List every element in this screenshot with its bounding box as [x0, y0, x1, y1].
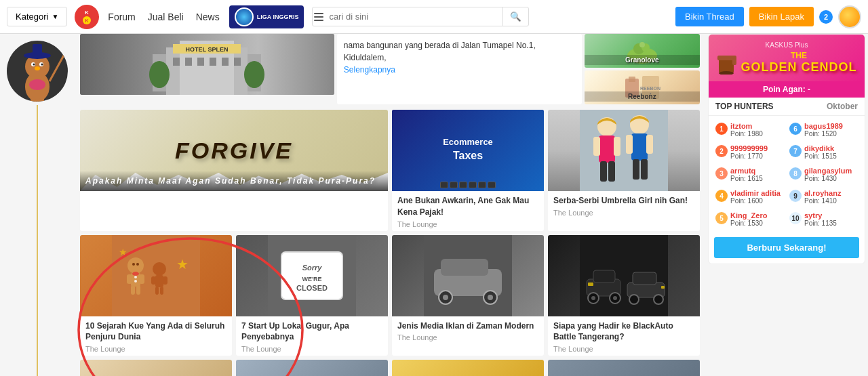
hunter-rank: 5	[715, 212, 728, 224]
user-avatar[interactable]	[838, 5, 861, 28]
svg-rect-15	[31, 98, 36, 102]
hunter-name[interactable]: 999999999	[730, 144, 784, 152]
svg-rect-46	[608, 161, 615, 182]
svg-rect-43	[593, 137, 600, 156]
notification-badge[interactable]: 2	[819, 10, 833, 24]
svg-rect-58	[131, 285, 135, 295]
hunter-poin: Poin: 1770	[730, 152, 784, 160]
ad-reebonz[interactable]: REEBON Z Reebonz	[585, 70, 700, 104]
bottom-card-2[interactable]	[236, 360, 388, 376]
hunter-rank: 7	[789, 145, 802, 157]
top-hunters-label: TOP HUNTERS	[715, 102, 774, 111]
hunter-name[interactable]: bagus1989	[804, 122, 858, 130]
content-grid-row2: ★ ★ 10 Sejarah Kue Yang Ada di Seluruh P…	[80, 235, 700, 356]
hunter-name[interactable]: King_Zero	[730, 211, 784, 220]
svg-rect-50	[646, 135, 653, 154]
kategori-dropdown[interactable]: Kategori ▼	[7, 7, 67, 26]
header-actions: Bikin Thread Bikin Lapak 2	[675, 5, 861, 28]
ad-granolove[interactable]: Granolove	[585, 34, 700, 68]
hunter-name[interactable]: armutq	[730, 167, 784, 175]
hunter-name[interactable]: gilangasylum	[804, 167, 858, 175]
hunter-name[interactable]: dikydikk	[804, 144, 858, 152]
hunter-name[interactable]: itztom	[730, 122, 784, 130]
svg-text:K: K	[85, 9, 89, 16]
nav-news[interactable]: News	[196, 12, 220, 22]
hunter-item: 5King_ZeroPoin: 1530	[714, 209, 785, 229]
svg-rect-102	[732, 58, 736, 65]
banner-main-image[interactable]: HOTEL SPLEN	[80, 34, 334, 95]
svg-rect-40	[580, 110, 668, 191]
nav-forum[interactable]: Forum	[108, 12, 135, 22]
svg-rect-96	[588, 283, 593, 286]
kaskus-logo[interactable]: K K	[74, 4, 100, 30]
card-startup-category: The Lounge	[241, 345, 382, 353]
mascot-avatar	[7, 41, 68, 102]
cendol-section-title: TOP HUNTERS Oktober	[709, 98, 865, 116]
banner-read-more-link[interactable]: Selengkapnya	[344, 65, 395, 75]
card-forgive-overlay-title: Apakah Minta Maaf Agan Sudah Benar, Tida…	[80, 171, 388, 191]
berburu-sekarang-button[interactable]: Berburu Sekarang!	[714, 237, 859, 258]
main-container: HOTEL SPLEN nama bangunan yang berada di…	[0, 34, 868, 376]
hunter-name[interactable]: sytry	[804, 211, 858, 220]
card-blackauto-image	[548, 235, 700, 316]
card-ecommerce[interactable]: Ecommerce Taxes Ane Bukan Awkarin, Ane	[392, 110, 544, 231]
card-umbrella[interactable]: Serba-Serbi Umbrella Girl nih Gan! The L…	[548, 110, 700, 231]
svg-point-10	[35, 66, 40, 70]
bottom-partial-cards	[80, 360, 700, 376]
hunter-item: 4vladimir aditiaPoin: 1600	[714, 187, 785, 207]
bikin-thread-button[interactable]: Bikin Thread	[675, 7, 744, 26]
svg-point-54	[127, 257, 144, 274]
card-startup-title: 7 Start Up Lokal Gugur, Apa Penyebabnya	[241, 320, 382, 343]
hunter-poin: Poin: 1515	[804, 152, 858, 160]
card-umbrella-category: The Lounge	[553, 209, 694, 217]
hunter-name[interactable]: vladimir aditia	[730, 189, 784, 197]
svg-point-17	[29, 79, 45, 90]
blackauto-svg	[580, 235, 668, 316]
card-iklan-category: The Lounge	[397, 333, 538, 341]
banner-text-content: nama bangunan yang berada di Jalan Tumap…	[344, 41, 536, 62]
svg-rect-22	[185, 58, 192, 66]
svg-point-94	[629, 295, 639, 304]
card-startup[interactable]: Sorry WE'RE CLOSED 7 Start Up Lokal Gugu…	[236, 235, 388, 356]
hunter-poin: Poin: 1615	[730, 175, 784, 182]
card-ecommerce-title: Ane Bukan Awkarin, Ane Gak Mau Kena Paja…	[397, 195, 538, 218]
card-kue-body: 10 Sejarah Kue Yang Ada di Seluruh Penju…	[80, 316, 232, 356]
card-blackauto[interactable]: Siapa yang Hadir ke BlackAuto Battle Tan…	[548, 235, 700, 356]
svg-line-13	[50, 54, 64, 81]
nav-jual-beli[interactable]: Jual Beli	[148, 12, 184, 22]
cendol-month: Oktober	[827, 102, 858, 111]
card-blackauto-body: Siapa yang Hadir ke BlackAuto Battle Tan…	[548, 316, 700, 356]
bottom-card-3[interactable]	[392, 360, 544, 376]
bottom-card-1[interactable]	[80, 360, 232, 376]
svg-point-60	[132, 263, 135, 266]
card-umbrella-title: Serba-Serbi Umbrella Girl nih Gan!	[553, 195, 694, 207]
hunter-rank: 4	[715, 190, 728, 202]
hunter-rank: 3	[715, 167, 728, 180]
hunter-rank: 6	[789, 123, 802, 135]
card-kue[interactable]: ★ ★ 10 Sejarah Kue Yang Ada di Seluruh P…	[80, 235, 232, 356]
hunter-item: 9al.royhanzPoin: 1410	[788, 187, 859, 207]
svg-rect-12	[33, 44, 42, 56]
search-button[interactable]: 🔍	[502, 7, 528, 26]
bikin-lapak-button[interactable]: Bikin Lapak	[749, 7, 814, 26]
card-forgive[interactable]: FORGIVE Apakah Minta Maaf Agan Sudah Ben…	[80, 110, 388, 231]
main-nav: Forum Jual Beli News	[108, 12, 219, 22]
liga-inggris-badge[interactable]: LIGA INGGRIS	[229, 5, 304, 28]
bottom-card-4[interactable]	[548, 360, 700, 376]
svg-point-9	[41, 64, 43, 66]
search-input[interactable]	[325, 7, 502, 26]
banner-ads: Granolove REEBON Z Reebonz	[585, 34, 700, 104]
svg-rect-24	[210, 58, 216, 66]
hunter-item: 6bagus1989Poin: 1520	[788, 120, 859, 140]
cendol-mug-icon	[716, 50, 738, 75]
ecommerce-text1: Ecommerce	[443, 137, 493, 148]
svg-rect-68	[163, 276, 167, 285]
hunter-name[interactable]: al.royhanz	[804, 189, 858, 197]
mascot-image	[10, 41, 64, 102]
hunter-poin: Poin: 1600	[730, 197, 784, 205]
card-iklan-image	[392, 235, 544, 316]
card-kue-category: The Lounge	[85, 345, 226, 353]
svg-rect-87	[593, 270, 615, 283]
card-iklan[interactable]: Jenis Media Iklan di Zaman Modern The Lo…	[392, 235, 544, 356]
hunter-info: armutqPoin: 1615	[730, 167, 784, 182]
